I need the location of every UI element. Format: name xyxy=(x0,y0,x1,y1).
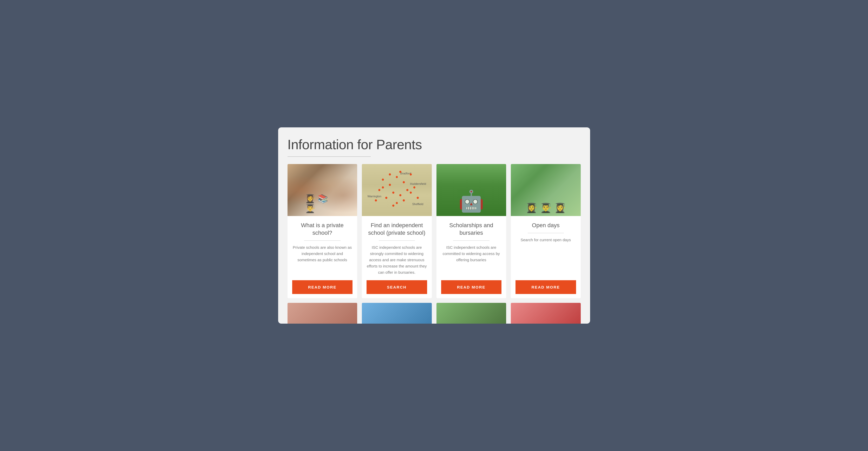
read-more-button-private-school[interactable]: READ MORE xyxy=(292,280,353,294)
card-title-scholarships: Scholarships and bursaries xyxy=(441,222,502,236)
card-desc-find-school: ISC independent schools are strongly com… xyxy=(367,244,427,276)
card-body-find-school: Find an independent school (private scho… xyxy=(362,216,432,298)
page-title: Information for Parents xyxy=(287,137,581,152)
read-more-button-scholarships[interactable]: READ MORE xyxy=(441,280,502,294)
card-divider-2 xyxy=(379,240,415,241)
card-scholarships: Scholarships and bursaries ISC independe… xyxy=(436,164,506,298)
search-button-find-school[interactable]: SEARCH xyxy=(367,280,427,294)
map-label-warrington: Warrington xyxy=(367,195,381,198)
card-desc-private-school: Private schools are also known as indepe… xyxy=(292,244,353,276)
card-desc-scholarships: ISC independent schools are committed to… xyxy=(441,244,502,276)
map-label-sheffield: Sheffield xyxy=(412,202,424,205)
card-image-map: Bradford Huddersfield Warrington Sheffie… xyxy=(362,164,432,216)
bottom-preview-row xyxy=(287,303,581,324)
card-divider-1 xyxy=(304,240,341,241)
bottom-preview-3 xyxy=(436,303,506,324)
page-container: Information for Parents What is a privat… xyxy=(278,127,590,323)
card-image-robot xyxy=(436,164,506,216)
read-more-button-open-days[interactable]: READ MORE xyxy=(516,280,576,294)
bottom-preview-4 xyxy=(511,303,581,324)
card-title-private-school: What is a private school? xyxy=(292,222,353,236)
bottom-preview-1 xyxy=(287,303,358,324)
card-divider-3 xyxy=(453,240,490,241)
card-find-school: Bradford Huddersfield Warrington Sheffie… xyxy=(362,164,432,298)
card-title-open-days: Open days xyxy=(532,222,559,229)
card-title-find-school: Find an independent school (private scho… xyxy=(367,222,427,236)
card-image-students xyxy=(287,164,358,216)
map-label-bradford: Bradford xyxy=(400,172,411,175)
card-body-scholarships: Scholarships and bursaries ISC independe… xyxy=(436,216,506,298)
card-private-school: What is a private school? Private school… xyxy=(287,164,358,298)
card-open-days: Open days Search for current open days R… xyxy=(511,164,581,298)
bottom-preview-2 xyxy=(362,303,432,324)
card-divider-4 xyxy=(528,233,564,233)
card-desc-open-days: Search for current open days xyxy=(521,237,571,276)
card-body-private-school: What is a private school? Private school… xyxy=(287,216,358,298)
card-image-teens xyxy=(511,164,581,216)
cards-grid: What is a private school? Private school… xyxy=(287,164,581,298)
card-body-open-days: Open days Search for current open days R… xyxy=(511,216,581,298)
map-label-huddersfield: Huddersfield xyxy=(410,182,426,185)
